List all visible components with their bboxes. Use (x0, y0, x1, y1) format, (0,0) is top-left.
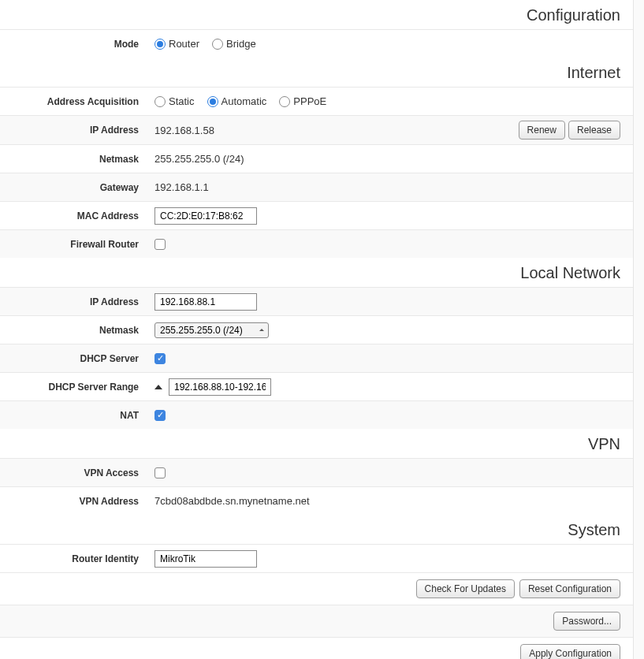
vpn-address-value: 7cbd08abdbde.sn.mynetname.net (154, 495, 620, 507)
addr-radio-automatic[interactable]: Automatic (207, 95, 267, 107)
password-button[interactable]: Password... (553, 612, 620, 631)
mode-radio-group: Router Bridge (154, 38, 256, 50)
firewall-router-label: Firewall Router (13, 239, 154, 250)
mode-radio-bridge[interactable]: Bridge (212, 38, 256, 50)
radio-icon (279, 96, 290, 107)
dhcp-server-checkbox[interactable] (154, 353, 166, 364)
scrollbar[interactable] (633, 0, 644, 659)
mode-label: Mode (13, 39, 154, 50)
gateway-label: Gateway (13, 182, 154, 193)
section-header-vpn: VPN (0, 429, 633, 458)
local-ip-input[interactable] (154, 293, 257, 311)
address-acquisition-label: Address Acquisition (13, 96, 154, 107)
nat-checkbox[interactable] (154, 410, 166, 421)
mac-address-label: MAC Address (13, 210, 154, 222)
reset-config-button[interactable]: Reset Configuration (519, 579, 620, 598)
router-identity-label: Router Identity (13, 553, 154, 564)
radio-label: Router (169, 38, 199, 50)
radio-label: Automatic (221, 95, 267, 107)
section-header-internet: Internet (0, 58, 633, 87)
apply-config-button[interactable]: Apply Configuration (520, 644, 620, 659)
vpn-access-label: VPN Access (13, 467, 154, 478)
addr-radio-pppoe[interactable]: PPPoE (279, 95, 326, 107)
firewall-router-checkbox[interactable] (154, 239, 166, 250)
radio-label: Bridge (226, 38, 256, 50)
section-header-system: System (0, 515, 633, 544)
internet-ip-label: IP Address (13, 125, 154, 136)
release-button[interactable]: Release (568, 121, 620, 140)
renew-button[interactable]: Renew (519, 121, 565, 140)
dhcp-range-label: DHCP Server Range (13, 382, 154, 393)
radio-icon (207, 96, 218, 107)
mac-address-input[interactable] (154, 207, 257, 225)
addr-radio-static[interactable]: Static (154, 95, 195, 107)
dhcp-server-label: DHCP Server (13, 353, 154, 364)
mode-radio-router[interactable]: Router (154, 38, 199, 50)
router-identity-input[interactable] (154, 550, 257, 568)
collapse-arrow-icon[interactable] (154, 385, 162, 389)
check-updates-button[interactable]: Check For Updates (416, 579, 515, 598)
internet-netmask-value: 255.255.255.0 (/24) (154, 153, 620, 165)
radio-label: Static (169, 95, 195, 107)
address-acquisition-radio-group: Static Automatic PPPoE (154, 95, 326, 107)
gateway-value: 192.168.1.1 (154, 181, 620, 193)
internet-ip-value: 192.168.1.58 (154, 125, 519, 136)
radio-icon (154, 39, 166, 50)
vpn-access-checkbox[interactable] (154, 467, 166, 478)
section-header-local-network: Local Network (0, 258, 633, 287)
internet-netmask-label: Netmask (13, 154, 154, 165)
local-netmask-label: Netmask (13, 325, 154, 336)
section-header-configuration: Configuration (0, 0, 633, 29)
radio-icon (154, 96, 166, 107)
local-ip-label: IP Address (13, 296, 154, 307)
local-netmask-select[interactable]: 255.255.255.0 (/24) (154, 322, 269, 338)
radio-label: PPPoE (293, 95, 326, 107)
radio-icon (212, 39, 223, 50)
nat-label: NAT (13, 410, 154, 421)
vpn-address-label: VPN Address (13, 496, 154, 507)
dhcp-range-input[interactable] (169, 378, 271, 396)
